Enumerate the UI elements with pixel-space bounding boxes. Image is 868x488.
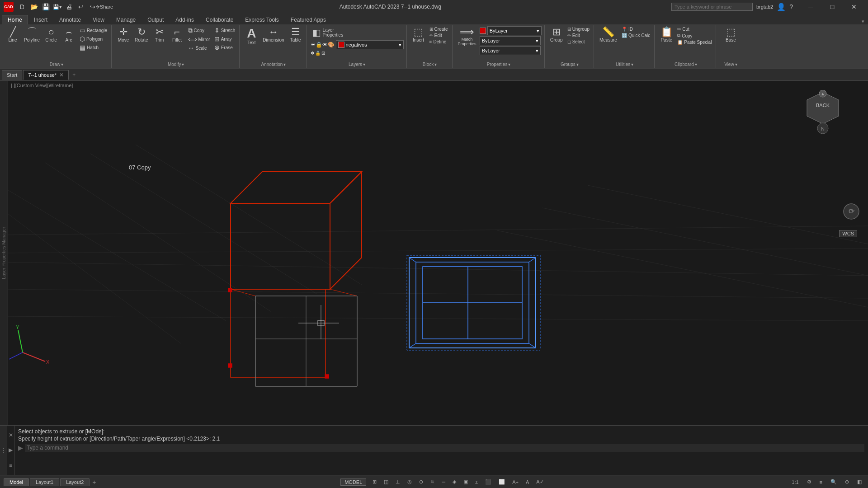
color-dropdown[interactable]: ByLayer ▾ [487, 26, 542, 35]
rotate-button[interactable]: ↻ Rotate [133, 26, 150, 43]
group-button[interactable]: ⊞ Group [548, 26, 565, 43]
array-button[interactable]: ⊞ Array [213, 35, 237, 43]
viewport-freeze-icon[interactable]: ⊡ [321, 51, 325, 56]
annotation-label[interactable]: Annotation ▾ [261, 62, 286, 67]
osnap-toggle[interactable]: ⊙ [416, 479, 426, 485]
tab-insert[interactable]: Insert [28, 15, 53, 24]
layers-label[interactable]: Layers ▾ [349, 62, 365, 67]
edit-block-button[interactable]: ✏ Edit [428, 33, 449, 38]
insert-button[interactable]: ⬚ Insert [410, 26, 427, 43]
tab-addins[interactable]: Add-ins [170, 15, 200, 24]
move-button[interactable]: ✛ Move [115, 26, 132, 43]
undo-button[interactable]: ↩ [76, 2, 86, 12]
open-button[interactable]: 📂 [29, 2, 39, 12]
group-edit-button[interactable]: ✏ Edit [566, 33, 591, 38]
dimension-button[interactable]: ↔ Dimension [261, 26, 286, 43]
view3d-toggle[interactable]: ⬛ [482, 479, 494, 485]
search-input[interactable] [671, 3, 753, 11]
otrack-toggle[interactable]: ≋ [428, 479, 437, 485]
tab-view[interactable]: View [87, 15, 110, 24]
save-button[interactable]: 💾 [41, 2, 51, 12]
grid-toggle[interactable]: ⊞ [370, 479, 379, 485]
layout1-tab[interactable]: Layout1 [30, 478, 59, 486]
mirror-button[interactable]: ⟺ Mirror [187, 35, 212, 43]
lock-icon[interactable]: 🔒 [315, 51, 321, 56]
selection-toggle[interactable]: ▣ [461, 479, 471, 485]
model-badge[interactable]: MODEL [340, 479, 366, 486]
paste-button[interactable]: 📋 Paste [658, 26, 675, 43]
hatch-button[interactable]: ▦ Hatch [78, 43, 108, 52]
new-tab-button[interactable]: + [70, 72, 78, 78]
cmd-side-btn-2[interactable]: ▶ [9, 447, 13, 453]
wcs-label[interactable]: WCS [839, 230, 857, 237]
save-as-button[interactable]: 💾▾ [52, 2, 62, 12]
nav-wheel[interactable]: ⟳ [843, 203, 860, 221]
arc-button[interactable]: ⌢ Arc [61, 26, 77, 43]
tab-manage[interactable]: Manage [110, 15, 142, 24]
block-label[interactable]: Block ▾ [423, 62, 437, 67]
viewport-toggle[interactable]: ⬜ [496, 479, 508, 485]
settings-button[interactable]: ⚙ [804, 479, 814, 485]
lineweight-dropdown[interactable]: ByLayer ▾ [480, 46, 541, 55]
define-attrib-button[interactable]: ≡ Define [428, 39, 449, 45]
annotation-scale-toggle[interactable]: A+ [509, 479, 521, 485]
layer-status[interactable]: ◧ [854, 479, 864, 485]
measure-button[interactable]: 📏 Measure [598, 26, 619, 43]
linetype-dropdown[interactable]: ByLayer ▾ [480, 36, 541, 45]
match-properties-button[interactable]: ⟹ MatchProperties [456, 26, 478, 47]
lineweight-toggle[interactable]: ═ [439, 479, 448, 485]
share-button[interactable]: ✈ Share [99, 2, 109, 12]
text-button[interactable]: A Text [243, 26, 259, 46]
zoom-button[interactable]: ⊕ [842, 479, 852, 485]
paste-special-button[interactable]: 📋 Paste Special [676, 39, 713, 45]
doc-tab-uhouse[interactable]: 7--1 uhouse* ✕ [23, 70, 69, 80]
tab-home[interactable]: Home [2, 15, 28, 24]
layout2-tab[interactable]: Layout2 [60, 478, 90, 486]
add-layout-button[interactable]: + [90, 478, 98, 486]
account-icon[interactable]: 👤 [777, 3, 786, 11]
new-button[interactable]: 🗋 [17, 2, 27, 12]
dynamic-input-toggle[interactable]: ± [472, 479, 481, 485]
freeze-icon[interactable]: ❄ [311, 51, 314, 56]
search-status[interactable]: 🔍 [828, 479, 840, 485]
group-select-button[interactable]: ◻ Select [566, 39, 591, 45]
utilities-label[interactable]: Utilities ▾ [616, 62, 633, 67]
copy-button[interactable]: ⧉ Copy [187, 26, 212, 35]
scale-button[interactable]: ↔ Scale [187, 44, 212, 52]
table-button[interactable]: ☰ Table [288, 26, 304, 43]
tab-express-tools[interactable]: Express Tools [239, 15, 284, 24]
calculator-button[interactable]: 🔢 Quick Calc [620, 33, 651, 38]
polygon-button[interactable]: ⬡ Polygon [78, 35, 108, 43]
minimize-button[interactable]: ─ [800, 0, 821, 14]
line-button[interactable]: ╱ Line [5, 26, 21, 43]
help-icon[interactable]: ? [789, 3, 793, 10]
close-button[interactable]: ✕ [844, 0, 864, 14]
trim-button[interactable]: ✂ Trim [151, 26, 168, 43]
erase-button[interactable]: ⊗ Erase [213, 43, 237, 52]
base-button[interactable]: ⬚ Base [722, 26, 739, 43]
fillet-button[interactable]: ⌐ Fillet [169, 26, 185, 43]
create-block-button[interactable]: ⊞ Create [428, 26, 449, 32]
doc-tab-start[interactable]: Start [2, 70, 22, 80]
groups-label[interactable]: Groups ▾ [561, 62, 579, 67]
command-expand-button[interactable]: ⋮ [0, 426, 7, 475]
modify-label[interactable]: Modify ▾ [168, 62, 184, 67]
maximize-button[interactable]: □ [822, 0, 843, 14]
tab-featured-apps[interactable]: Featured Apps [285, 15, 332, 24]
workspace-toggle[interactable]: A [523, 479, 532, 485]
circle-button[interactable]: ○ Circle [43, 26, 59, 43]
clipboard-label[interactable]: Clipboard ▾ [675, 62, 697, 67]
command-input[interactable] [25, 444, 864, 452]
ungroup-button[interactable]: ⊟ Ungroup [566, 26, 591, 32]
cmd-side-btn-1[interactable]: ✕ [9, 432, 13, 438]
polar-toggle[interactable]: ◎ [405, 479, 415, 485]
ortho-toggle[interactable]: ⊥ [393, 479, 403, 485]
polyline-button[interactable]: ⌒ Polyline [22, 26, 42, 43]
print-button[interactable]: 🖨 [64, 2, 74, 12]
cut-button[interactable]: ✂ Cut [676, 26, 713, 32]
transparency-toggle[interactable]: ◈ [450, 479, 459, 485]
snap-toggle[interactable]: ◫ [381, 479, 391, 485]
layer-properties-button[interactable]: ◧ Layer Properties [311, 26, 345, 39]
customize-button[interactable]: ≡ [817, 479, 825, 485]
tab-collaborate[interactable]: Collaborate [200, 15, 239, 24]
